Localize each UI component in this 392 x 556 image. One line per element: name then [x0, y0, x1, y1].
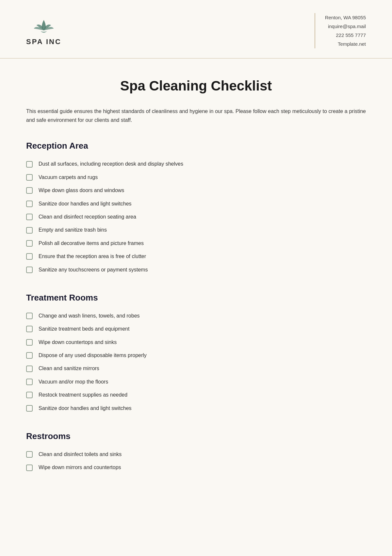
- contact-phone: 222 555 7777: [325, 31, 366, 40]
- list-item: Wipe down glass doors and windows: [26, 184, 366, 197]
- contact-info: Renton, WA 98055 inquire@spa.mail 222 55…: [315, 13, 366, 48]
- main-content: Spa Cleaning Checklist This essential gu…: [0, 58, 392, 510]
- section-treatment: Treatment RoomsChange and wash linens, t…: [26, 293, 366, 415]
- intro-text: This essential guide ensures the highest…: [26, 107, 366, 124]
- section-title-restrooms: Restrooms: [26, 431, 366, 441]
- list-item: Empty and sanitize trash bins: [26, 223, 366, 237]
- list-item: Wipe down mirrors and countertops: [26, 461, 366, 474]
- checkbox-icon[interactable]: [26, 201, 33, 207]
- list-item: Sanitize treatment beds and equipment: [26, 322, 366, 335]
- contact-address: Renton, WA 98055: [325, 13, 366, 22]
- item-text: Change and wash linens, towels, and robe…: [39, 312, 140, 319]
- checkbox-icon[interactable]: [26, 405, 33, 412]
- checklist-reception: Dust all surfaces, including reception d…: [26, 157, 366, 276]
- checkbox-icon[interactable]: [26, 451, 33, 458]
- list-item: Vacuum and/or mop the floors: [26, 375, 366, 388]
- spa-logo-icon: [31, 15, 57, 35]
- item-text: Wipe down countertops and sinks: [39, 339, 117, 346]
- item-text: Polish all decorative items and picture …: [39, 240, 144, 247]
- checkbox-icon[interactable]: [26, 214, 33, 220]
- logo-text: SPA INC: [26, 38, 61, 46]
- contact-website: Template.net: [325, 40, 366, 48]
- checkbox-icon[interactable]: [26, 313, 33, 319]
- checklist-restrooms: Clean and disinfect toilets and sinksWip…: [26, 448, 366, 474]
- checkbox-icon[interactable]: [26, 187, 33, 194]
- item-text: Vacuum and/or mop the floors: [39, 378, 108, 385]
- list-item: Sanitize any touchscreens or payment sys…: [26, 263, 366, 276]
- item-text: Sanitize door handles and light switches: [39, 405, 132, 412]
- section-title-treatment: Treatment Rooms: [26, 293, 366, 303]
- item-text: Restock treatment supplies as needed: [39, 391, 127, 399]
- page: SPA INC Renton, WA 98055 inquire@spa.mai…: [0, 0, 392, 556]
- list-item: Clean and disinfect toilets and sinks: [26, 448, 366, 461]
- page-title: Spa Cleaning Checklist: [26, 78, 366, 94]
- item-text: Clean and disinfect toilets and sinks: [39, 451, 122, 458]
- list-item: Clean and sanitize mirrors: [26, 362, 366, 375]
- list-item: Change and wash linens, towels, and robe…: [26, 309, 366, 322]
- item-text: Clean and sanitize mirrors: [39, 365, 99, 372]
- checkbox-icon[interactable]: [26, 174, 33, 181]
- contact-email: inquire@spa.mail: [325, 22, 366, 31]
- checkbox-icon[interactable]: [26, 339, 33, 346]
- item-text: Sanitize any touchscreens or payment sys…: [39, 266, 148, 273]
- item-text: Wipe down mirrors and countertops: [39, 464, 121, 471]
- item-text: Sanitize treatment beds and equipment: [39, 325, 129, 333]
- checkbox-icon[interactable]: [26, 240, 33, 247]
- section-title-reception: Reception Area: [26, 141, 366, 151]
- checkbox-icon[interactable]: [26, 366, 33, 372]
- item-text: Empty and sanitize trash bins: [39, 226, 107, 234]
- list-item: Wipe down countertops and sinks: [26, 336, 366, 349]
- item-text: Dispose of any used disposable items pro…: [39, 352, 147, 359]
- item-text: Vacuum carpets and rugs: [39, 174, 98, 181]
- checkbox-icon[interactable]: [26, 379, 33, 385]
- checkbox-icon[interactable]: [26, 253, 33, 260]
- item-text: Clean and disinfect reception seating ar…: [39, 213, 136, 221]
- section-reception: Reception AreaDust all surfaces, includi…: [26, 141, 366, 276]
- checkbox-icon[interactable]: [26, 465, 33, 471]
- checkbox-icon[interactable]: [26, 352, 33, 359]
- list-item: Dust all surfaces, including reception d…: [26, 157, 366, 171]
- list-item: Vacuum carpets and rugs: [26, 171, 366, 184]
- item-text: Sanitize door handles and light switches: [39, 200, 132, 207]
- list-item: Polish all decorative items and picture …: [26, 237, 366, 250]
- checklist-treatment: Change and wash linens, towels, and robe…: [26, 309, 366, 415]
- checkbox-icon[interactable]: [26, 267, 33, 273]
- item-text: Dust all surfaces, including reception d…: [39, 160, 183, 168]
- header: SPA INC Renton, WA 98055 inquire@spa.mai…: [0, 0, 392, 58]
- list-item: Ensure that the reception area is free o…: [26, 250, 366, 263]
- item-text: Ensure that the reception area is free o…: [39, 253, 146, 260]
- list-item: Restock treatment supplies as needed: [26, 388, 366, 401]
- section-restrooms: RestroomsClean and disinfect toilets and…: [26, 431, 366, 474]
- list-item: Sanitize door handles and light switches: [26, 402, 366, 415]
- checkbox-icon[interactable]: [26, 326, 33, 332]
- list-item: Dispose of any used disposable items pro…: [26, 349, 366, 362]
- checkbox-icon[interactable]: [26, 161, 33, 168]
- list-item: Clean and disinfect reception seating ar…: [26, 210, 366, 223]
- checkbox-icon[interactable]: [26, 392, 33, 398]
- list-item: Sanitize door handles and light switches: [26, 197, 366, 210]
- checkbox-icon[interactable]: [26, 227, 33, 234]
- logo-area: SPA INC: [26, 15, 61, 46]
- sections-container: Reception AreaDust all surfaces, includi…: [26, 141, 366, 474]
- item-text: Wipe down glass doors and windows: [39, 187, 124, 194]
